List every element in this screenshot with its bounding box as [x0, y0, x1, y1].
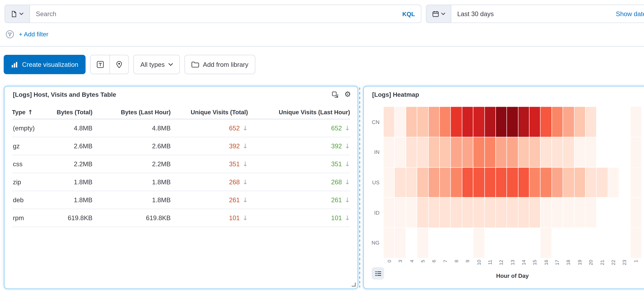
- heatmap-cell[interactable]: [428, 137, 439, 167]
- heatmap-cell[interactable]: [507, 168, 518, 197]
- heatmap-cell[interactable]: [586, 168, 596, 197]
- heatmap-cell[interactable]: [473, 198, 484, 228]
- heatmap-cell[interactable]: [518, 137, 529, 167]
- heatmap-cell[interactable]: [518, 168, 529, 197]
- heatmap-cell[interactable]: [630, 198, 641, 228]
- heatmap-cell[interactable]: [496, 198, 507, 228]
- heatmap-cell[interactable]: [630, 168, 641, 197]
- heatmap-cell[interactable]: [384, 198, 394, 228]
- heatmap-cell[interactable]: [417, 168, 428, 197]
- column-header-bytes-last-hour[interactable]: Bytes (Last Hour): [92, 108, 171, 115]
- table-row[interactable]: gz2.6MB2.6MB392↓392↓: [12, 137, 350, 155]
- heatmap-cell[interactable]: [541, 137, 552, 167]
- kql-button[interactable]: KQL: [402, 10, 415, 17]
- date-range-input[interactable]: Last 30 days Show dates: [451, 5, 644, 23]
- heatmap-cell[interactable]: [462, 137, 473, 167]
- add-map-button[interactable]: [110, 55, 128, 74]
- heatmap-cell[interactable]: [574, 137, 585, 167]
- heatmap-cell[interactable]: [563, 107, 574, 137]
- heatmap-cell[interactable]: [417, 228, 428, 258]
- heatmap-cell[interactable]: [417, 107, 428, 137]
- heatmap-cell[interactable]: [417, 137, 428, 167]
- heatmap-cell[interactable]: [428, 198, 439, 228]
- heatmap-cell[interactable]: [473, 168, 484, 197]
- heatmap-cell[interactable]: [451, 198, 462, 228]
- heatmap-cell[interactable]: [485, 137, 496, 167]
- heatmap-cell[interactable]: [518, 198, 529, 228]
- heatmap-cell[interactable]: [406, 107, 417, 137]
- create-visualization-button[interactable]: Create visualization: [4, 55, 86, 74]
- heatmap-cell[interactable]: [586, 107, 596, 137]
- table-row[interactable]: deb1.8MB1.8MB261↓261↓: [12, 191, 350, 209]
- heatmap-cell[interactable]: [384, 168, 394, 197]
- heatmap-cell[interactable]: [395, 137, 406, 167]
- search-input[interactable]: Search KQL: [30, 5, 421, 23]
- heatmap-cell[interactable]: [406, 168, 417, 197]
- add-filter-button[interactable]: + Add filter: [19, 31, 48, 38]
- panel-options-gear-icon[interactable]: ⚙: [344, 91, 351, 98]
- heatmap-cell[interactable]: [541, 228, 552, 258]
- heatmap-cell[interactable]: [563, 168, 574, 197]
- heatmap-cell[interactable]: [485, 168, 496, 197]
- heatmap-cell[interactable]: [530, 168, 540, 197]
- heatmap-cell[interactable]: [507, 198, 518, 228]
- heatmap-cell[interactable]: [507, 137, 518, 167]
- heatmap-cell[interactable]: [462, 168, 473, 197]
- heatmap-cell[interactable]: [440, 137, 450, 167]
- heatmap-cell[interactable]: [541, 168, 552, 197]
- heatmap-cell[interactable]: [485, 107, 496, 137]
- heatmap-cell[interactable]: [384, 137, 394, 167]
- column-header-type[interactable]: Type ↑: [12, 108, 53, 115]
- heatmap-cell[interactable]: [552, 107, 563, 137]
- show-dates-button[interactable]: Show dates: [616, 10, 644, 18]
- heatmap-cell[interactable]: [541, 198, 552, 228]
- table-row[interactable]: rpm619.8KB619.8KB101↓101↓: [12, 209, 350, 227]
- heatmap-cell[interactable]: [563, 198, 574, 228]
- date-quick-select-button[interactable]: [426, 5, 451, 23]
- heatmap-cell[interactable]: [384, 107, 394, 137]
- filter-icon[interactable]: [6, 30, 14, 38]
- add-text-button[interactable]: [91, 55, 110, 74]
- copy-panel-icon[interactable]: [332, 91, 338, 98]
- saved-query-menu-button[interactable]: [5, 5, 30, 23]
- add-from-library-button[interactable]: Add from library: [184, 55, 255, 74]
- heatmap-cell[interactable]: [451, 107, 462, 137]
- panel-resize-handle[interactable]: [350, 281, 356, 287]
- heatmap-cell[interactable]: [586, 198, 596, 228]
- heatmap-cell[interactable]: [473, 107, 484, 137]
- column-header-bytes-total[interactable]: Bytes (Total): [53, 108, 92, 115]
- heatmap-cell[interactable]: [541, 107, 552, 137]
- heatmap-cell[interactable]: [552, 137, 563, 167]
- heatmap-cell[interactable]: [428, 107, 439, 137]
- heatmap-cell[interactable]: [496, 168, 507, 197]
- heatmap-cell[interactable]: [574, 168, 585, 197]
- heatmap-cell[interactable]: [451, 168, 462, 197]
- heatmap-cell[interactable]: [552, 168, 563, 197]
- heatmap-cell[interactable]: [530, 198, 540, 228]
- heatmap-cell[interactable]: [630, 228, 641, 258]
- heatmap-cell[interactable]: [608, 168, 619, 197]
- heatmap-cell[interactable]: [473, 137, 484, 167]
- heatmap-cell[interactable]: [530, 107, 540, 137]
- heatmap-cell[interactable]: [440, 107, 450, 137]
- legend-toggle-button[interactable]: [372, 267, 384, 279]
- heatmap-cell[interactable]: [440, 198, 450, 228]
- heatmap-cell[interactable]: [395, 198, 406, 228]
- panel-divider[interactable]: [359, 88, 360, 287]
- column-header-visits-total[interactable]: Unique Visits (Total): [171, 108, 248, 115]
- heatmap-cell[interactable]: [462, 107, 473, 137]
- heatmap-cell[interactable]: [563, 137, 574, 167]
- heatmap-cell[interactable]: [440, 168, 450, 197]
- all-types-dropdown[interactable]: All types: [134, 55, 180, 74]
- heatmap-cell[interactable]: [574, 107, 585, 137]
- heatmap-cell[interactable]: [496, 137, 507, 167]
- column-header-visits-last-hour[interactable]: Unique Visits (Last Hour): [248, 108, 350, 115]
- heatmap-cell[interactable]: [630, 107, 641, 137]
- heatmap-cell[interactable]: [574, 198, 585, 228]
- heatmap-cell[interactable]: [417, 198, 428, 228]
- heatmap-cell[interactable]: [395, 168, 406, 197]
- heatmap-cell[interactable]: [473, 228, 484, 258]
- heatmap-cell[interactable]: [406, 198, 417, 228]
- heatmap-cell[interactable]: [395, 107, 406, 137]
- heatmap-cell[interactable]: [485, 198, 496, 228]
